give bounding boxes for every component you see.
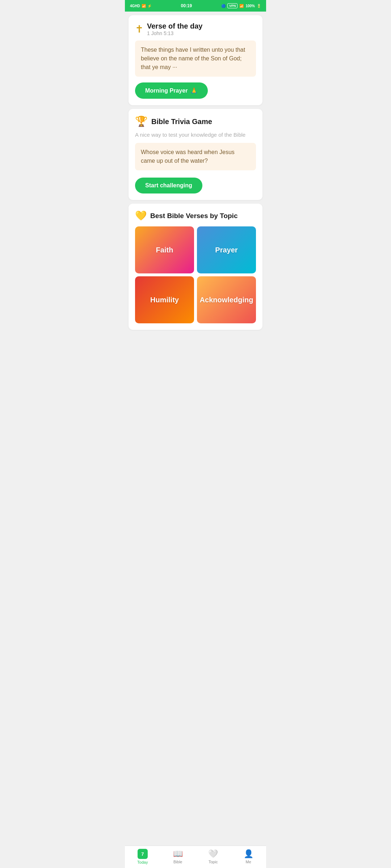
network-label: 4GHD xyxy=(130,4,140,8)
status-left: 4GHD 📶 ⚡ xyxy=(130,4,152,8)
main-content: ✝ Verse of the day 1 John 5:13 These thi… xyxy=(125,15,266,359)
topic-header: 💛 Best Bible Verses by Topic xyxy=(135,210,256,221)
cross-icon: ✝ xyxy=(135,23,143,35)
trivia-question-box: Whose voice was heard when Jesus came up… xyxy=(135,143,256,170)
trophy-icon: 🏆 xyxy=(135,115,148,127)
humility-topic-card[interactable]: Humility xyxy=(135,276,194,323)
heart-icon: 💛 xyxy=(135,210,147,221)
faith-label: Faith xyxy=(156,246,173,254)
prayer-hands-icon: 🙏 xyxy=(190,87,198,94)
verse-title-block: Verse of the day 1 John 5:13 xyxy=(147,22,202,36)
wifi-icon: 📶 xyxy=(239,4,244,8)
topic-section-title: Best Bible Verses by Topic xyxy=(150,212,237,220)
battery-icon: 🔋 xyxy=(257,4,261,8)
morning-prayer-label: Morning Prayer xyxy=(145,88,188,94)
battery-label: 100% xyxy=(245,4,255,8)
prayer-topic-card[interactable]: Prayer xyxy=(197,226,256,273)
start-challenging-label: Start challenging xyxy=(145,182,192,188)
acknowledging-topic-card[interactable]: Acknowledging xyxy=(197,276,256,323)
verse-card-title: Verse of the day xyxy=(147,22,202,30)
verse-text: These things have I written unto you tha… xyxy=(141,47,245,70)
bluetooth-icon: 🔵 xyxy=(221,4,226,8)
verse-text-box: These things have I written unto you tha… xyxy=(135,41,256,77)
vpn-label: VPN xyxy=(227,3,238,8)
trivia-description: A nice way to test your knowledge of the… xyxy=(135,131,256,139)
usb-icon: ⚡ xyxy=(147,4,152,8)
topic-section: 💛 Best Bible Verses by Topic Faith Praye… xyxy=(129,204,262,330)
verse-card: ✝ Verse of the day 1 John 5:13 These thi… xyxy=(129,15,262,105)
status-right: 🔵 VPN 📶 100% 🔋 xyxy=(221,3,261,8)
topic-grid: Faith Prayer Humility Acknowledging xyxy=(135,226,256,323)
signal-icon: 📶 xyxy=(142,4,146,8)
trivia-title-block: Bible Trivia Game xyxy=(151,117,212,126)
humility-label: Humility xyxy=(150,296,179,304)
start-challenging-button[interactable]: Start challenging xyxy=(135,178,202,193)
status-time: 00:19 xyxy=(181,3,192,8)
faith-topic-card[interactable]: Faith xyxy=(135,226,194,273)
trivia-card-title: Bible Trivia Game xyxy=(151,117,212,126)
trivia-question: Whose voice was heard when Jesus came up… xyxy=(141,149,235,164)
trivia-card: 🏆 Bible Trivia Game A nice way to test y… xyxy=(129,109,262,200)
status-bar: 4GHD 📶 ⚡ 00:19 🔵 VPN 📶 100% 🔋 xyxy=(125,0,266,12)
verse-reference: 1 John 5:13 xyxy=(147,30,202,36)
prayer-label: Prayer xyxy=(215,246,237,254)
verse-card-header: ✝ Verse of the day 1 John 5:13 xyxy=(135,22,256,36)
morning-prayer-button[interactable]: Morning Prayer 🙏 xyxy=(135,82,208,99)
trivia-card-header: 🏆 Bible Trivia Game xyxy=(135,115,256,127)
acknowledging-label: Acknowledging xyxy=(200,296,253,304)
